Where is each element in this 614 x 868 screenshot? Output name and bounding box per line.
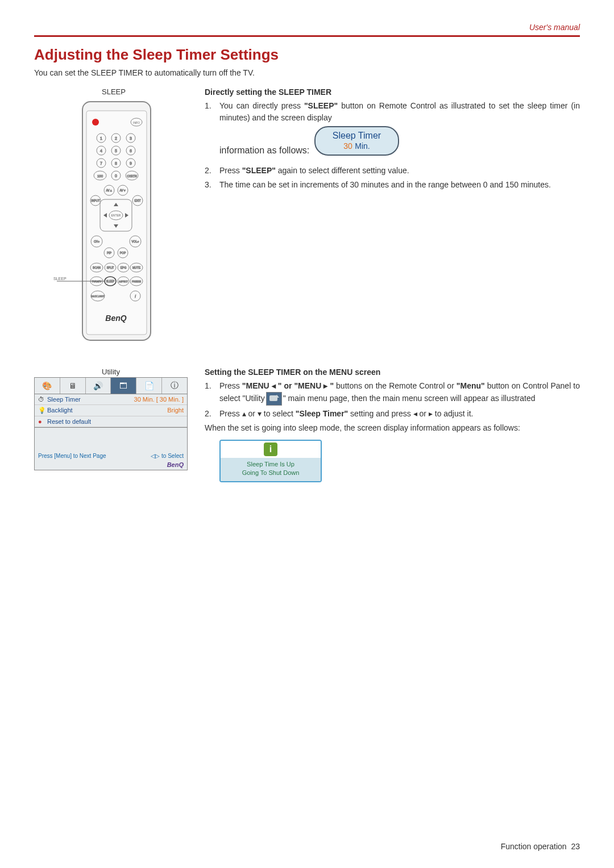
svg-text:1: 1 [100, 136, 102, 140]
utility-row-sleep-timer: ⏱ Sleep Timer 30 Min. [ 30 Min. ] [35, 394, 187, 405]
menu-setting-heading: Setting the SLEEP TIMER on the MENU scre… [205, 368, 580, 377]
page-footer: Function operation 23 [501, 842, 580, 851]
svg-text:SLEEP: SLEEP [53, 277, 67, 281]
svg-text:ENTER: ENTER [111, 214, 121, 217]
svg-text:7: 7 [100, 161, 102, 165]
svg-text:CHRTN: CHRTN [127, 174, 137, 178]
osd-unit: Min. [355, 141, 370, 151]
svg-text:INPUT: INPUT [92, 199, 100, 202]
direct-heading: Directly setting the SLEEP TIMER [205, 87, 580, 97]
header-doc-type: User's manual [34, 23, 580, 37]
svg-text:POP: POP [120, 251, 126, 254]
svg-text:MUTE: MUTE [132, 266, 141, 269]
menu-item-1: Press "MENU ◂ " or "MENU ▸ " buttons on … [219, 380, 580, 406]
utility-footer-right: ◁▷ to Select [151, 453, 184, 459]
reset-icon: ● [38, 418, 47, 425]
direct-setting-row: SLEEP INFO 1 2 3 4 5 6 7 8 [34, 87, 580, 350]
svg-text:BACK LIGHT: BACK LIGHT [91, 295, 105, 298]
info-as-follows: information as follows: [219, 145, 309, 155]
utility-footer: Press [Menu] to Next Page ◁▷ to Select [35, 450, 187, 461]
info-dialog-line1: Sleep Time Is Up [221, 460, 321, 469]
svg-text:SCAN: SCAN [93, 266, 101, 269]
svg-text:EXIT: EXIT [134, 199, 140, 202]
svg-text:PIP: PIP [107, 251, 112, 254]
svg-text:EPG: EPG [121, 266, 127, 269]
utility-tab-1: 🎨 [35, 378, 60, 394]
bulb-icon: 💡 [38, 407, 47, 414]
utility-icon: 🗔 [119, 381, 127, 390]
utility-tab-3: 🔊 [86, 378, 111, 394]
menu-item-2: Press ▴ or ▾ to select "Sleep Timer" set… [219, 408, 580, 420]
menu-setting-row: Utility 🎨 🖥 🔊 🗔 📄 ⓘ ⏱ Sleep Timer 30 Min… [34, 368, 580, 482]
list-number-2b: 2. [205, 408, 219, 420]
direct-item-1: You can directly press "SLEEP" button on… [219, 100, 580, 124]
info-tab-icon: ⓘ [171, 381, 179, 391]
osd-title: Sleep Timer [333, 131, 381, 141]
svg-text:SLEEP: SLEEP [106, 280, 115, 283]
list-number-2: 2. [205, 165, 219, 177]
svg-text:0: 0 [115, 174, 117, 178]
utility-row-label: Backlight [47, 407, 167, 414]
list-number-3: 3. [205, 179, 219, 191]
utility-row-value: 30 Min. [ 30 Min. ] [134, 396, 184, 403]
svg-text:BenQ: BenQ [105, 314, 126, 323]
svg-text:AV▲: AV▲ [106, 189, 112, 192]
svg-text:ASPECT: ASPECT [119, 280, 128, 283]
sleep-info-dialog: i Sleep Time Is Up Going To Shut Down [219, 440, 322, 482]
svg-text:4: 4 [100, 149, 102, 153]
sleep-timer-osd: Sleep Timer 30 Min. [314, 126, 399, 156]
svg-text:8: 8 [115, 161, 117, 165]
remote-top-label: SLEEP [34, 87, 193, 96]
clock-icon: ⏱ [38, 396, 47, 403]
utility-body: ⏱ Sleep Timer 30 Min. [ 30 Min. ] 💡 Back… [34, 394, 188, 428]
utility-tab-2: 🖥 [60, 378, 86, 394]
menu-closing-text: When the set is going into sleep mode, t… [205, 422, 580, 434]
svg-text:5: 5 [115, 149, 117, 153]
list-number-1: 1. [205, 100, 219, 124]
utility-row-backlight: 💡 Backlight Bright [35, 405, 187, 416]
svg-text:3: 3 [130, 136, 132, 140]
info-icon: i [264, 443, 277, 456]
direct-item-3: The time can be set in increments of 30 … [219, 179, 580, 191]
svg-text:100: 100 [97, 174, 103, 178]
svg-text:2: 2 [115, 136, 117, 140]
utility-menu-screenshot: Utility 🎨 🖥 🔊 🗔 📄 ⓘ ⏱ Sleep Timer 30 Min… [34, 368, 188, 470]
svg-text:CH+: CH+ [94, 240, 99, 243]
utility-title: Utility [34, 368, 188, 376]
svg-text:AV▼: AV▼ [119, 189, 126, 192]
utility-row-value: Bright [167, 407, 184, 414]
svg-text:9: 9 [130, 161, 132, 165]
list-number-1b: 1. [205, 380, 219, 406]
svg-text:FREEZE: FREEZE [132, 280, 141, 283]
section-title: Adjusting the Sleep Timer Settings [34, 46, 580, 64]
document-icon: 📄 [144, 381, 154, 390]
speaker-icon: 🔊 [93, 381, 103, 390]
utility-footer-left: Press [Menu] to Next Page [38, 453, 106, 459]
svg-text:INFO: INFO [133, 121, 140, 124]
utility-row-label: Sleep Timer [47, 396, 134, 403]
utility-tab-4-active: 🗔 [111, 378, 136, 394]
svg-point-2 [92, 119, 99, 126]
utility-tab-5: 📄 [136, 378, 162, 394]
section-intro: You can set the SLEEP TIMER to automatic… [34, 68, 580, 77]
utility-inline-icon [266, 392, 282, 406]
svg-text:SPLIT: SPLIT [107, 266, 114, 269]
utility-row-label: Reset to default [47, 418, 184, 425]
remote-illustration: SLEEP INFO 1 2 3 4 5 6 7 8 [34, 87, 193, 350]
remote-svg: INFO 1 2 3 4 5 6 7 8 9 100 0 CHRTN [51, 98, 176, 348]
utility-tab-6: ⓘ [162, 378, 187, 394]
utility-row-reset: ● Reset to default [35, 416, 187, 427]
svg-text:VOL+: VOL+ [132, 240, 139, 243]
display-icon: 🖥 [69, 381, 77, 390]
palette-icon: 🎨 [42, 381, 52, 390]
info-dialog-line2: Going To Shut Down [221, 469, 321, 477]
osd-value: 30 [343, 141, 352, 151]
utility-brand: BenQ [35, 461, 187, 470]
svg-text:6: 6 [130, 149, 132, 153]
direct-item-2: Press "SLEEP" again to select different … [219, 165, 580, 177]
